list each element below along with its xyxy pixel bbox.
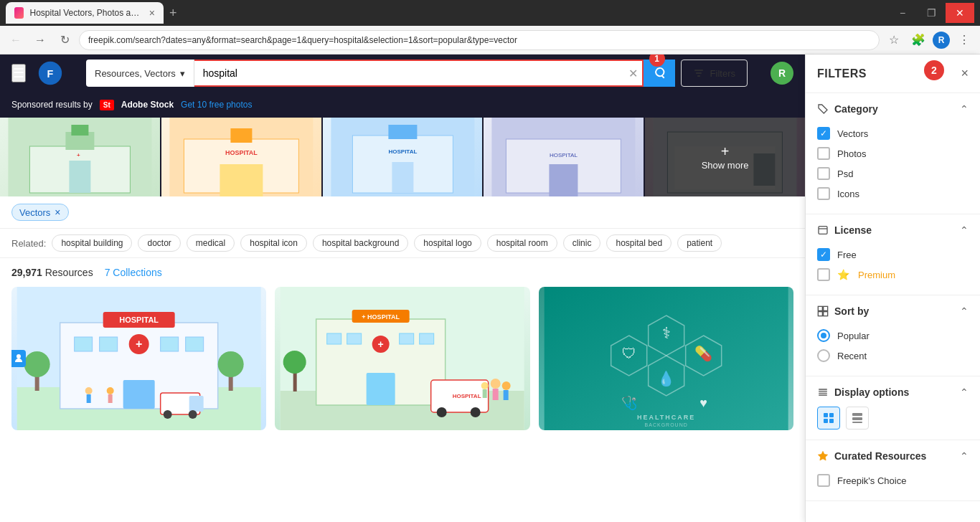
svg-rect-89 — [818, 306, 822, 310]
active-tab[interactable]: Hospital Vectors, Photos and PS... × — [6, 2, 164, 24]
reload-button[interactable]: ↻ — [55, 30, 75, 50]
search-type-label: Resources, Vectors — [95, 68, 176, 79]
filter-option-psd[interactable]: Psd — [817, 163, 969, 184]
hamburger-menu[interactable]: ☰ — [11, 64, 26, 82]
curated-header[interactable]: Curated Resources ⌃ — [817, 450, 969, 462]
filters-button[interactable]: Filters — [681, 60, 748, 87]
related-tag-doctor[interactable]: doctor — [138, 234, 180, 252]
strip-image-2[interactable]: HOSPITAL — [161, 118, 321, 196]
browser-window: Hospital Vectors, Photos and PS... × + −… — [0, 0, 980, 54]
category-section-header[interactable]: Category ⌃ — [817, 103, 969, 115]
tab-close-button[interactable]: × — [149, 7, 155, 19]
strip-image-4[interactable]: HOSPITAL — [484, 118, 644, 196]
search-clear-button[interactable]: ✕ — [628, 67, 638, 80]
strip-image-5[interactable]: + Show more — [645, 118, 805, 196]
strip-image-3[interactable]: HOSPITAL — [323, 118, 483, 196]
related-tag-hospital-room[interactable]: hospital room — [487, 234, 557, 252]
restore-button[interactable]: ❐ — [917, 3, 946, 23]
related-tag-patient[interactable]: patient — [677, 234, 722, 252]
list-view-button[interactable] — [846, 407, 869, 430]
image-grid: HOSPITAL + — [0, 287, 805, 480]
show-more-overlay[interactable]: + Show more — [645, 118, 805, 196]
related-tag-hospital-building[interactable]: hospital building — [52, 234, 132, 252]
new-tab-button[interactable]: + — [164, 6, 183, 21]
svg-text:HEALTHCARE: HEALTHCARE — [637, 414, 695, 421]
chrome-user-avatar[interactable]: R — [933, 32, 950, 49]
svg-rect-60 — [400, 333, 414, 344]
svg-rect-96 — [829, 419, 834, 423]
bookmark-button[interactable]: ☆ — [884, 30, 904, 50]
strip-image-1[interactable]: + — [0, 118, 160, 196]
filter-tag-close-button[interactable]: × — [55, 207, 60, 218]
results-count: 29,971 Resources — [11, 267, 93, 278]
sort-section-header[interactable]: Sort by ⌃ — [817, 305, 969, 317]
filter-option-popular[interactable]: Popular — [817, 326, 969, 346]
svg-rect-37 — [186, 337, 204, 351]
vectors-checkbox[interactable]: ✓ — [817, 127, 830, 140]
svg-point-67 — [437, 407, 447, 417]
filters-panel-close-button[interactable]: × — [961, 66, 969, 81]
address-bar[interactable]: freepik.com/search?dates=any&format=sear… — [79, 30, 880, 50]
browser-actions: ☆ 🧩 R ⋮ — [884, 30, 974, 50]
svg-rect-7 — [69, 161, 90, 193]
related-tag-hospital-background[interactable]: hospital background — [313, 234, 408, 252]
display-section-header[interactable]: Display options ⌃ — [817, 386, 969, 398]
grid-view-button[interactable] — [817, 407, 840, 430]
forward-button[interactable]: → — [30, 30, 50, 50]
get-free-photos-link[interactable]: Get 10 free photos — [181, 100, 252, 110]
curated-resources-section: Curated Resources ⌃ Freepik's Choice — [806, 440, 980, 501]
results-header: 29,971 Resources 7 Collections — [0, 258, 805, 287]
related-tag-hospital-icon[interactable]: hospital icon — [240, 234, 307, 252]
related-tag-hospital-bed[interactable]: hospital bed — [606, 234, 672, 252]
grid-item-2-illustration: + HOSPITAL + HOSPITAL — [275, 287, 529, 430]
close-button[interactable]: ✕ — [946, 3, 974, 23]
svg-text:🩺: 🩺 — [621, 395, 637, 411]
premium-label: Premium — [858, 270, 895, 280]
filter-option-recent[interactable]: Recent — [817, 346, 969, 366]
minimize-button[interactable]: − — [888, 3, 917, 23]
premium-checkbox[interactable] — [817, 268, 830, 281]
search-input[interactable] — [194, 60, 644, 87]
psd-checkbox[interactable] — [817, 167, 830, 180]
grid-item-3[interactable]: ⚕ 🛡 💊 💧 ♥ 🩺 HEALTHCARE BACKGROUND — [539, 287, 793, 430]
search-type-dropdown[interactable]: Resources, Vectors ▾ — [86, 60, 194, 87]
freepik-logo[interactable]: F — [37, 60, 63, 86]
extension-puzzle-button[interactable]: 🧩 — [908, 30, 928, 50]
license-section-title: License — [817, 224, 872, 236]
tab-title: Hospital Vectors, Photos and PS... — [29, 8, 140, 18]
psd-label: Psd — [837, 169, 853, 179]
recent-radio[interactable] — [817, 349, 830, 362]
svg-text:+: + — [378, 338, 384, 350]
menu-button[interactable]: ⋮ — [954, 30, 974, 50]
freepik-choice-checkbox[interactable] — [817, 474, 830, 487]
svg-point-45 — [164, 410, 172, 419]
related-tag-clinic[interactable]: clinic — [563, 234, 601, 252]
grid-item-1[interactable]: HOSPITAL + — [11, 287, 266, 430]
filter-option-premium[interactable]: ⭐ Premium — [817, 265, 969, 285]
filter-option-vectors[interactable]: ✓ Vectors — [817, 123, 969, 143]
free-checkbox[interactable]: ✓ — [817, 248, 830, 261]
display-section-title: Display options — [817, 386, 909, 398]
filter-option-icons[interactable]: Icons — [817, 184, 969, 204]
collections-link[interactable]: 7 Collections — [105, 267, 162, 278]
main-content: ☰ F Resources, Vectors ▾ ✕ 1 — [0, 54, 805, 522]
photos-checkbox[interactable] — [817, 147, 830, 160]
filter-option-free[interactable]: ✓ Free — [817, 245, 969, 265]
svg-text:HOSPITAL: HOSPITAL — [453, 393, 481, 399]
vectors-filter-tag[interactable]: Vectors × — [11, 204, 69, 221]
related-tag-medical[interactable]: medical — [187, 234, 235, 252]
license-section-header[interactable]: License ⌃ — [817, 224, 969, 236]
svg-point-42 — [218, 351, 244, 377]
svg-rect-59 — [347, 333, 362, 344]
filter-option-photos[interactable]: Photos — [817, 143, 969, 163]
svg-rect-94 — [829, 413, 834, 417]
back-button[interactable]: ← — [6, 30, 26, 50]
popular-radio[interactable] — [817, 329, 830, 342]
topbar-user-avatar[interactable]: R — [771, 62, 793, 85]
icons-checkbox[interactable] — [817, 187, 830, 200]
related-tag-hospital-logo[interactable]: hospital logo — [414, 234, 481, 252]
filter-option-freepik-choice[interactable]: Freepik's Choice — [817, 470, 969, 490]
grid-item-2[interactable]: + HOSPITAL + HOSPITAL — [275, 287, 529, 430]
list-view-icon — [852, 412, 863, 424]
svg-rect-75 — [544, 287, 788, 430]
